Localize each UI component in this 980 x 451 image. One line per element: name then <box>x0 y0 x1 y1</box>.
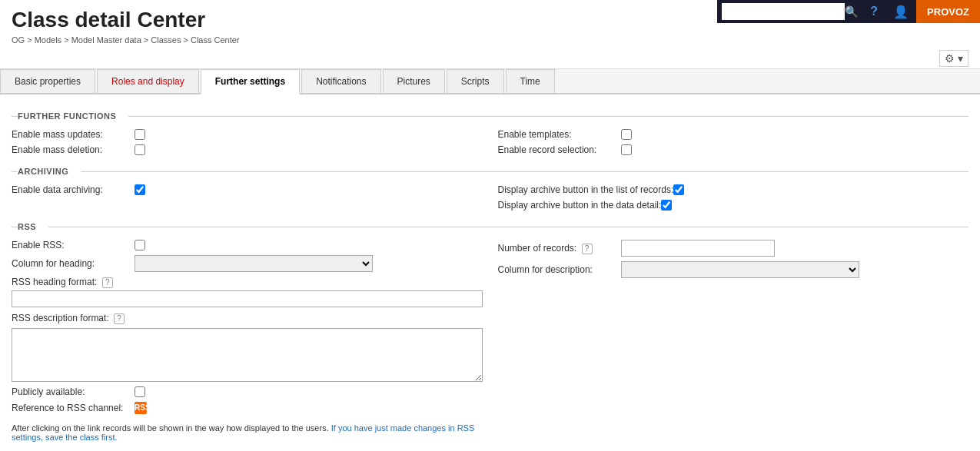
rss-left: Enable RSS: Column for heading: RSS head… <box>12 237 483 449</box>
display-archive-detail-label: Display archive button in the data detai… <box>498 200 662 211</box>
gear-row: ⚙ ▾ <box>0 48 980 69</box>
archiving-title: ARCHIVING <box>18 167 75 176</box>
column-for-heading-select[interactable] <box>135 255 373 272</box>
further-functions-left: Enable mass updates: Enable mass deletio… <box>12 127 483 158</box>
tab-basic-properties[interactable]: Basic properties <box>0 69 95 93</box>
archiving-right: Display archive button in the list of re… <box>498 182 969 213</box>
display-archive-detail-checkbox[interactable] <box>661 200 672 211</box>
provoz-button[interactable]: PROVOZ <box>916 0 980 23</box>
display-archive-detail-row: Display archive button in the data detai… <box>498 197 969 213</box>
enable-record-selection-label: Enable record selection: <box>498 144 621 155</box>
page-title: Class detail Center <box>12 8 240 32</box>
enable-record-selection-checkbox[interactable] <box>621 144 632 155</box>
enable-mass-updates-checkbox[interactable] <box>135 129 145 140</box>
rss-channel-icon[interactable]: RSS <box>135 402 147 414</box>
further-functions-line <box>128 116 968 117</box>
display-archive-list-checkbox[interactable] <box>673 184 684 195</box>
rss-heading-format-label: RSS heading format: ? <box>12 277 135 288</box>
further-functions-title: FURTHER FUNCTIONS <box>18 111 122 121</box>
tab-roles-and-display[interactable]: Roles and display <box>97 69 199 93</box>
rss-heading-help-icon[interactable]: ? <box>102 277 113 288</box>
tab-pictures[interactable]: Pictures <box>383 69 445 93</box>
archiving-section-header: ARCHIVING <box>12 167 968 176</box>
enable-rss-label: Enable RSS: <box>12 240 135 250</box>
rss-description-format-textarea[interactable] <box>12 328 483 382</box>
enable-rss-row: Enable RSS: <box>12 237 483 253</box>
rss-line <box>48 227 968 227</box>
rss-section-header: RSS <box>12 222 968 231</box>
rss-heading-format-row: RSS heading format: ? <box>12 274 483 290</box>
rss-description-help-icon[interactable]: ? <box>114 313 125 324</box>
rss-info-text: After clicking on the link records will … <box>12 423 483 442</box>
column-for-description-select[interactable] <box>621 261 859 278</box>
number-records-help-icon[interactable]: ? <box>582 244 593 254</box>
search-icon[interactable]: 🔍 <box>845 5 858 18</box>
rss-description-format-row: RSS description format: ? <box>12 310 483 327</box>
column-for-description-row: Column for description: <box>498 259 969 280</box>
enable-mass-updates-row: Enable mass updates: <box>12 127 483 142</box>
further-functions-grid: Enable mass updates: Enable mass deletio… <box>12 127 968 158</box>
enable-data-archiving-label: Enable data archiving: <box>12 184 135 195</box>
rss-info-row: After clicking on the link records will … <box>12 416 483 449</box>
enable-mass-deletion-checkbox[interactable] <box>135 144 145 155</box>
rss-title: RSS <box>18 222 42 231</box>
breadcrumb: OG > Models > Model Master data > Classe… <box>12 35 240 45</box>
display-archive-list-label: Display archive button in the list of re… <box>498 184 674 195</box>
display-archive-list-row: Display archive button in the list of re… <box>498 182 969 197</box>
rss-right: Number of records: ? Column for descript… <box>498 237 969 449</box>
rss-description-format-label: RSS description format: ? <box>12 313 135 324</box>
rss-heading-format-input[interactable] <box>12 290 483 307</box>
number-of-records-label: Number of records: ? <box>498 243 621 254</box>
tab-notifications[interactable]: Notifications <box>301 69 380 93</box>
tabs-bar: Basic properties Roles and display Furth… <box>0 69 980 95</box>
enable-mass-deletion-row: Enable mass deletion: <box>12 142 483 158</box>
tab-time[interactable]: Time <box>506 69 555 93</box>
number-of-records-input[interactable] <box>621 240 775 257</box>
archiving-grid: Enable data archiving: Display archive b… <box>12 182 968 213</box>
tab-further-settings[interactable]: Further settings <box>201 69 300 95</box>
gear-button[interactable]: ⚙ ▾ <box>939 50 968 67</box>
enable-data-archiving-checkbox[interactable] <box>135 184 145 195</box>
column-for-heading-label: Column for heading: <box>12 258 135 269</box>
enable-mass-updates-label: Enable mass updates: <box>12 129 135 140</box>
number-of-records-row: Number of records: ? <box>498 237 969 259</box>
reference-to-rss-label: Reference to RSS channel: <box>12 403 135 413</box>
user-button[interactable]: 👤 <box>885 0 916 23</box>
further-functions-section-header: FURTHER FUNCTIONS <box>12 111 968 121</box>
publicly-available-row: Publicly available: <box>12 384 483 400</box>
enable-templates-label: Enable templates: <box>498 129 621 140</box>
rss-grid: Enable RSS: Column for heading: RSS head… <box>12 237 968 449</box>
column-for-heading-row: Column for heading: <box>12 253 483 274</box>
enable-data-archiving-row: Enable data archiving: <box>12 182 483 197</box>
search-input[interactable] <box>722 3 845 20</box>
archiving-line <box>81 171 968 172</box>
chevron-down-icon: ▾ <box>958 52 963 65</box>
help-button[interactable]: ? <box>862 0 885 23</box>
enable-rss-checkbox[interactable] <box>135 240 145 250</box>
gear-icon: ⚙ <box>945 52 955 65</box>
content-area: FURTHER FUNCTIONS Enable mass updates: E… <box>0 95 980 451</box>
enable-record-selection-row: Enable record selection: <box>498 142 969 158</box>
column-for-description-label: Column for description: <box>498 264 621 275</box>
tab-scripts[interactable]: Scripts <box>447 69 504 93</box>
publicly-available-label: Publicly available: <box>12 386 135 397</box>
enable-templates-row: Enable templates: <box>498 127 969 142</box>
enable-mass-deletion-label: Enable mass deletion: <box>12 144 135 155</box>
further-functions-right: Enable templates: Enable record selectio… <box>498 127 969 158</box>
archiving-left: Enable data archiving: <box>12 182 483 213</box>
top-right-controls: 🔍 ? 👤 PROVOZ <box>717 0 980 23</box>
enable-templates-checkbox[interactable] <box>621 129 632 140</box>
reference-to-rss-row: Reference to RSS channel: RSS <box>12 400 483 416</box>
publicly-available-checkbox[interactable] <box>135 386 145 397</box>
